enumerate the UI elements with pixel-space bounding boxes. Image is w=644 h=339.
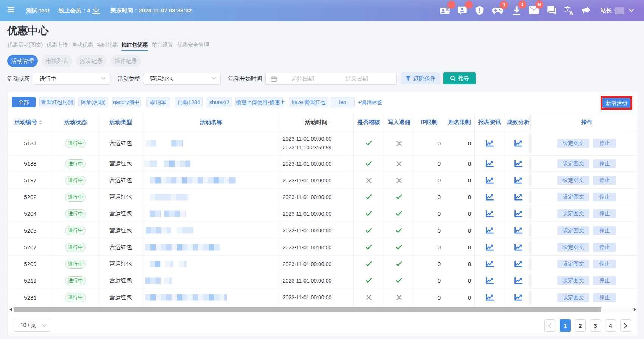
- svg-text:A: A: [569, 10, 573, 16]
